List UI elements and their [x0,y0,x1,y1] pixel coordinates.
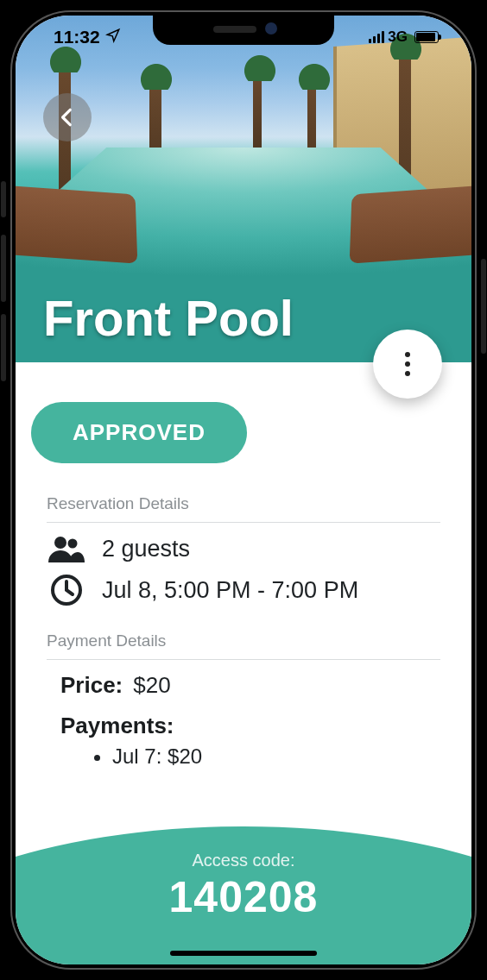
content-area: APPROVED Reservation Details 2 guests [16,362,471,769]
guests-icon [47,535,86,562]
payments-list: Jul 7: $20 [60,744,440,769]
access-code-panel: Access code: 140208 [16,826,471,964]
price-value: $20 [133,672,170,699]
battery-icon [414,31,439,43]
network-type-label: 3G [388,28,408,46]
datetime-value: Jul 8, 5:00 PM - 7:00 PM [102,577,358,604]
location-services-icon [105,27,121,47]
price-label: Price: [60,672,123,699]
svg-point-1 [68,539,78,549]
app-screen: 11:32 3G [16,16,471,964]
back-button[interactable] [43,93,92,141]
hero-image: Front Pool [16,16,471,362]
svg-point-0 [54,537,66,549]
more-options-button[interactable] [373,330,442,399]
section-label-reservation: Reservation Details [47,494,440,513]
payments-label: Payments: [60,713,440,739]
section-label-payment: Payment Details [47,631,440,650]
price-row: Price: $20 [60,672,440,699]
guests-row: 2 guests [47,535,440,562]
reservation-status-badge: APPROVED [31,402,247,463]
chevron-left-icon [56,106,79,129]
guests-value: 2 guests [102,536,190,562]
more-vertical-icon [405,352,410,376]
access-code-value: 140208 [16,872,471,922]
access-code-label: Access code: [16,851,471,870]
device-notch [153,16,334,45]
home-indicator[interactable] [170,951,317,956]
cellular-signal-icon [369,31,384,43]
datetime-row: Jul 8, 5:00 PM - 7:00 PM [47,573,440,607]
page-title: Front Pool [43,289,294,347]
divider [47,522,440,523]
divider [47,659,440,660]
status-time: 11:32 [54,27,100,47]
clock-icon [47,573,86,607]
payment-item: Jul 7: $20 [112,744,440,769]
